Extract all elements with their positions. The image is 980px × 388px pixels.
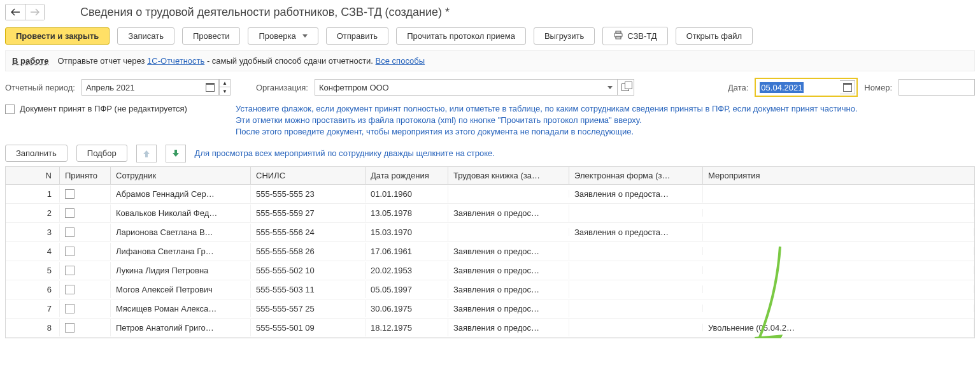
cell-accepted[interactable] — [60, 281, 111, 298]
number-label: Номер: — [864, 83, 892, 92]
cell-activity — [703, 305, 974, 312]
row-checkbox[interactable] — [65, 227, 75, 237]
cell-accepted[interactable] — [60, 205, 111, 222]
cell-eform — [569, 285, 703, 293]
cell-activity: Увольнение (05.04.2… — [703, 319, 974, 336]
table-row[interactable]: 2 Ковальков Николай Фед… 555-555-559 27 … — [6, 204, 974, 223]
link-all-methods[interactable]: Все способы — [376, 56, 425, 66]
cell-employee: Ковальков Николай Фед… — [111, 205, 251, 222]
print-button-label: СЗВ-ТД — [627, 31, 657, 41]
cell-activity — [703, 190, 974, 198]
date-field-highlighted[interactable]: 05.04.2021 — [755, 78, 858, 97]
fill-button[interactable]: Заполнить — [5, 145, 67, 162]
cell-paper: Заявления о предос… — [448, 262, 569, 279]
period-selector[interactable]: Апрель 2021 ▲ ▼ — [82, 79, 231, 96]
cell-n: 3 — [6, 224, 60, 241]
row-checkbox[interactable] — [65, 285, 75, 294]
cell-accepted[interactable] — [60, 185, 111, 203]
cell-accepted[interactable] — [60, 319, 111, 336]
nav-forward-button[interactable] — [25, 4, 44, 20]
col-n[interactable]: N — [6, 167, 60, 184]
accepted-pfr-label: Документ принят в ПФР (не редактируется) — [20, 104, 187, 113]
col-accepted[interactable]: Принято — [60, 167, 111, 184]
org-open-button[interactable] — [618, 79, 634, 96]
col-employee[interactable]: Сотрудник — [111, 167, 251, 184]
read-protocol-button[interactable]: Прочитать протокол приема — [396, 27, 526, 45]
org-dropdown-button[interactable] — [601, 79, 618, 96]
table-row[interactable]: 8 Петров Анатолий Григо… 555-555-501 09 … — [6, 319, 974, 338]
org-value[interactable]: Конфетпром ООО — [315, 79, 601, 96]
col-eform[interactable]: Электронная форма (з… — [569, 167, 703, 184]
status-text: Отправьте отчет через 1С-Отчетность - са… — [57, 56, 425, 66]
period-step-down[interactable]: ▼ — [219, 87, 231, 96]
row-checkbox[interactable] — [65, 208, 75, 218]
cell-eform — [569, 247, 703, 255]
cell-accepted[interactable] — [60, 224, 111, 241]
check-dropdown-button[interactable]: Проверка — [248, 27, 318, 45]
cell-activity — [703, 266, 974, 274]
open-file-button[interactable]: Открыть файл — [676, 27, 753, 45]
cell-dob: 15.03.1970 — [366, 224, 448, 241]
link-1c-report[interactable]: 1С-Отчетность — [147, 56, 204, 66]
cell-n: 5 — [6, 262, 60, 279]
table-row[interactable]: 6 Могов Алексей Петрович 555-555-503 11 … — [6, 280, 974, 299]
col-activity[interactable]: Мероприятия — [703, 167, 974, 184]
svg-rect-1 — [616, 31, 621, 33]
row-checkbox[interactable] — [65, 323, 75, 333]
send-button[interactable]: Отправить — [326, 27, 388, 45]
nav-back-button[interactable] — [6, 4, 25, 20]
table-row[interactable]: 4 Лифанова Светлана Гр… 555-555-558 26 1… — [6, 242, 974, 261]
table-row[interactable]: 1 Абрамов Геннадий Сер… 555-555-555 23 0… — [6, 185, 974, 204]
date-input[interactable]: 05.04.2021 — [757, 80, 840, 94]
table-row[interactable]: 7 Мясищев Роман Алекса… 555-555-557 25 3… — [6, 299, 974, 319]
accepted-pfr-checkbox[interactable] — [5, 104, 15, 114]
print-button[interactable]: СЗВ-ТД — [602, 27, 667, 45]
cell-activity — [703, 285, 974, 293]
col-snils[interactable]: СНИЛС — [251, 167, 366, 184]
table-row[interactable]: 5 Лукина Лидия Петровна 555-555-502 10 2… — [6, 261, 974, 280]
cell-n: 7 — [6, 300, 60, 317]
cell-dob: 13.05.1978 — [366, 205, 448, 222]
employees-grid: N Принято Сотрудник СНИЛС Дата рождения … — [5, 166, 975, 338]
cell-employee: Могов Алексей Петрович — [111, 281, 251, 298]
cell-accepted[interactable] — [60, 262, 111, 279]
post-and-close-button[interactable]: Провести и закрыть — [5, 27, 110, 45]
period-value[interactable]: Апрель 2021 — [82, 79, 202, 96]
cell-paper: Заявления о предос… — [448, 281, 569, 298]
cell-activity — [703, 228, 974, 236]
cell-eform: Заявления о предоста… — [569, 185, 703, 203]
move-up-button[interactable] — [136, 145, 157, 162]
cell-accepted[interactable] — [60, 243, 111, 260]
row-checkbox[interactable] — [65, 304, 75, 313]
move-down-button[interactable] — [166, 145, 186, 162]
period-label: Отчетный период: — [5, 83, 75, 92]
period-calendar-button[interactable] — [202, 79, 219, 96]
number-input[interactable] — [898, 79, 975, 96]
cell-snils: 555-555-558 26 — [251, 243, 366, 260]
row-checkbox[interactable] — [65, 189, 75, 199]
cell-dob: 17.06.1961 — [366, 243, 448, 260]
cell-snils: 555-555-502 10 — [251, 262, 366, 279]
export-button[interactable]: Выгрузить — [534, 27, 595, 45]
calendar-icon — [206, 83, 215, 92]
row-checkbox[interactable] — [65, 247, 75, 256]
post-button[interactable]: Провести — [182, 27, 241, 45]
pick-button[interactable]: Подбор — [76, 145, 127, 162]
col-paper[interactable]: Трудовая книжка (за… — [448, 167, 569, 184]
save-button[interactable]: Записать — [117, 27, 174, 45]
row-checkbox[interactable] — [65, 266, 75, 275]
cell-accepted[interactable] — [60, 300, 111, 317]
cell-employee: Петров Анатолий Григо… — [111, 319, 251, 336]
status-state[interactable]: В работе — [12, 56, 48, 66]
check-dropdown-label: Проверка — [259, 31, 295, 41]
period-step-up[interactable]: ▲ — [219, 79, 231, 87]
col-dob[interactable]: Дата рождения — [366, 167, 448, 184]
table-row[interactable]: 3 Ларионова Светлана В… 555-555-556 24 1… — [6, 223, 974, 242]
cell-paper: Заявления о предос… — [448, 300, 569, 317]
row-hint: Для просмотра всех мероприятий по сотруд… — [195, 148, 495, 158]
cell-paper: Заявления о предос… — [448, 319, 569, 336]
org-selector[interactable]: Конфетпром ООО — [315, 79, 634, 96]
date-value-selected: 05.04.2021 — [760, 82, 804, 93]
cell-paper: Заявления о предос… — [448, 243, 569, 260]
date-calendar-button[interactable] — [840, 80, 855, 94]
